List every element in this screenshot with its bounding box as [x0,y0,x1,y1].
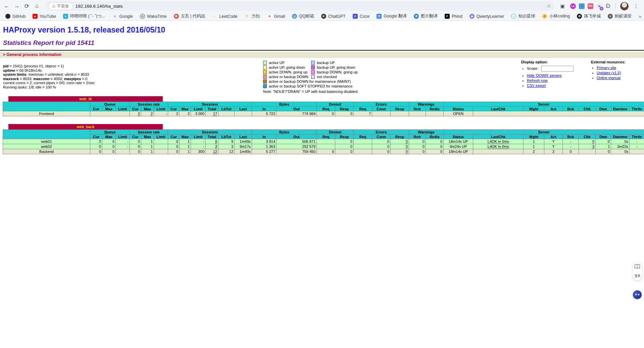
bookmark-item[interactable]: ◐知识星球 [511,13,535,19]
bookmark-star-icon[interactable]: ☆ [547,3,551,9]
w-extension-icon[interactable]: W6 [596,3,602,9]
group-header: Errors [354,130,409,134]
bookmarks-overflow-chevron[interactable]: » [639,14,644,19]
bookmark-item[interactable]: 文Google 翻译 [377,13,407,19]
stat-cell: 0 [130,139,141,144]
translate-extension-icon[interactable]: 中A [588,3,593,9]
stat-cell: 3 [206,144,218,149]
column-header: Bck [563,134,579,139]
side-panel-icon[interactable]: ▣ [558,1,567,11]
column-header: Act [544,134,563,139]
bookmark-label: Gmail [274,14,285,19]
option-item: Refresh now [527,78,591,82]
group-header: Server [444,130,644,134]
bookmark-favicon: 文 [377,14,382,19]
stat-cell: 0 [409,144,426,149]
forward-icon[interactable]: → [12,1,21,11]
bookmark-item[interactable]: ❂主页 | 代码战 [174,13,205,19]
assistant-button[interactable] [633,290,642,299]
bookmark-item[interactable]: GGoogle [112,14,133,19]
home-icon[interactable]: ⌂ [32,1,42,11]
stat-cell: 0 [391,139,409,144]
bookmark-favicon: ◆ [469,14,475,19]
profile-avatar[interactable] [620,2,629,10]
stat-cell: 0s [611,139,630,144]
bookmark-item[interactable]: ◆QwertyLearner [469,14,504,19]
bookmark-item[interactable]: GitHub [5,14,26,19]
bookmark-item[interactable]: CCoze [353,14,369,19]
row-web02: web0200-0101-339m17s1 363252 579000004m2… [3,144,644,149]
bookmark-item[interactable]: MGmail [267,14,285,19]
bookmark-item[interactable]: 译图片翻译 [414,13,438,19]
back-icon[interactable]: ← [2,1,11,11]
stat-cell: 0 [426,144,444,149]
bookmark-item[interactable]: ▸YouTube [33,14,56,19]
reader-book-icon[interactable] [634,264,640,270]
warning-icon: ⚠ [52,4,56,8]
bookmark-item[interactable]: ✪路飞学城 [577,13,601,19]
stat-cell: 0 [579,139,596,144]
stat-cell: 0 [90,144,102,149]
process-info-line: pid = 15411 (process #1, nbproc = 1) [3,64,262,68]
group-header: Session rate [130,130,168,134]
option-link[interactable]: Primary site [597,66,616,70]
browser-menu-icon[interactable]: ⋮ [632,3,641,9]
scope-input[interactable] [541,66,574,72]
stat-cell: 0s [611,149,630,154]
proxy-title-web_lb: web_lb [8,96,163,102]
bookmark-item[interactable]: LLeetCode [212,14,237,19]
extensions-puzzle-icon[interactable] [605,3,611,9]
stat-cell: 0 [102,149,116,154]
column-header: Thrtle [630,134,644,139]
group-header: Sessions [168,130,252,134]
row-label: Backend [3,149,90,154]
url-text[interactable]: 192.168.6.140/ha_stats [76,4,544,9]
column-header: Resp [391,107,409,111]
security-chip[interactable]: ⚠ 不安全 [48,2,73,10]
proxy-title-web_back: web_back [8,124,163,129]
bookmark-item[interactable]: QQQ邮箱 [292,13,314,19]
bookmarks-bar-items: GitHub▸YouTubeb哔哩哔哩 ( ˚- ˚)つ...GGoogle◷W… [5,13,632,19]
stat-cell: - [154,111,168,116]
info-row: pid = 15411 (process #1, nbproc = 1)upti… [0,60,644,94]
bookmark-favicon: C [353,14,358,19]
bookmark-item[interactable]: S蚂蚁课堂 [608,13,632,19]
reload-icon[interactable]: ⟳ [22,1,32,11]
stat-cell: 5 277 [252,149,277,154]
stat-cell: 0 [168,144,180,149]
bookmark-item[interactable]: ◷WakaTime [140,14,167,19]
bookmark-favicon: ❂ [174,14,179,19]
legend-swatch [263,84,267,88]
stat-cell: 0 [90,149,102,154]
option-link[interactable]: Refresh now [527,78,548,82]
bookmark-item[interactable]: b哔哩哔哩 ( ˚- ˚)つ... [63,13,105,19]
stat-cell: 3m22s [611,144,630,149]
option-link[interactable]: CSV export [527,83,546,88]
option-link[interactable]: Updates (v1.5) [597,71,621,75]
option-link[interactable]: Online manual [597,76,621,80]
lr-extension-icon[interactable]: LR [570,3,576,9]
side-widget-panel: 文A [633,262,642,281]
column-header: Total [206,107,218,111]
bookmark-item[interactable]: 小小林coding [542,13,570,19]
extension-icons: LR▭中AW6 [570,3,602,9]
stat-cell: 300 [191,149,206,154]
corner-header [3,130,90,139]
process-info-line: Running tasks: 1/8; idle = 100 % [3,85,262,90]
bookmark-item[interactable]: 力力扣 [245,13,260,19]
stat-cell: 1 [141,149,154,154]
bookmark-item[interactable]: PPhind [445,14,462,19]
legend-swatch [263,61,267,65]
bookmark-label: 哔哩哔哩 ( ˚- ˚)つ... [70,13,105,19]
translate-widget-icon[interactable]: 文A [634,273,640,279]
page-title[interactable]: HAProxy version 1.5.18, released 2016/05… [3,25,644,35]
stat-cell: 3 [218,144,235,149]
option-item: Updates (v1.5) [597,71,642,75]
screenshot-extension-icon[interactable]: ▭ [579,3,585,9]
bookmark-item[interactable]: ✳ChatGPT [321,14,346,19]
option-link[interactable]: Hide 'DOWN' servers [527,73,562,77]
stat-cell: 506 871 [277,139,317,144]
stat-cell: 0 [335,144,354,149]
address-bar[interactable]: ⚠ 不安全 192.168.6.140/ha_stats ☆ [45,1,554,11]
stat-cell: 0 [391,149,409,154]
